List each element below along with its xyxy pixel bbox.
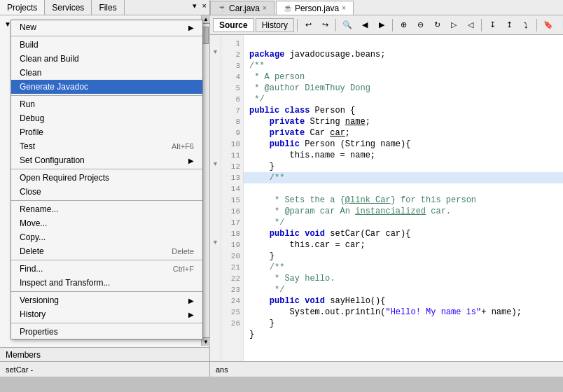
- bookmark-btn[interactable]: 🔖: [540, 18, 557, 33]
- toolbar-sep-2: [335, 19, 336, 31]
- refresh-btn[interactable]: ↻: [429, 18, 445, 33]
- line-num-26: 26: [223, 318, 240, 329]
- menu-copy[interactable]: Copy...: [11, 230, 202, 244]
- fold-line-19[interactable]: ▼: [210, 237, 221, 248]
- sep-5: [11, 260, 202, 260]
- status-message: ans: [216, 365, 228, 374]
- menu-test[interactable]: Test Alt+F6: [11, 139, 202, 153]
- next-btn[interactable]: ▶: [374, 18, 389, 33]
- line-num-3: 3: [223, 60, 240, 71]
- line-num-18: 18: [223, 228, 240, 239]
- menu-rename[interactable]: Rename...: [11, 202, 202, 216]
- line-num-22: 22: [223, 273, 240, 284]
- line-num-5: 5: [223, 83, 240, 94]
- menu-open-required[interactable]: Open Required Projects: [11, 171, 202, 185]
- menu-generate-javadoc[interactable]: Generate Javadoc: [11, 80, 202, 94]
- line-14: * @param car An instancialized car.: [249, 206, 451, 216]
- menu-build[interactable]: Build: [11, 38, 202, 52]
- menu-test-shortcut: Alt+F6: [172, 142, 194, 150]
- line-num-14: 14: [223, 183, 240, 195]
- source-tab[interactable]: Source: [213, 18, 254, 32]
- line-num-6: 6: [223, 94, 240, 105]
- history-arrow: ▶: [188, 311, 194, 318]
- members-label: Members: [6, 350, 41, 360]
- car-tab-close[interactable]: ×: [263, 4, 267, 12]
- line-2: /**: [249, 61, 265, 71]
- menu-run-label: Run: [20, 99, 35, 109]
- menu-find[interactable]: Find... Ctrl+F: [11, 262, 202, 276]
- line-num-13: 13: [223, 172, 240, 183]
- history-tab[interactable]: History: [256, 18, 294, 32]
- projects-tab[interactable]: Projects: [0, 0, 45, 15]
- menu-run[interactable]: Run: [11, 97, 202, 111]
- line-num-16: 16: [223, 206, 240, 217]
- left-panel: Projects Services Files ▾ × ▼ 📁 JavaDocU…: [0, 0, 210, 377]
- menu-debug[interactable]: Debug: [11, 111, 202, 125]
- editor-tab-car[interactable]: ☕ Car.java ×: [210, 1, 274, 15]
- back-btn[interactable]: ◁: [463, 18, 478, 33]
- toggle2-btn[interactable]: ⊖: [412, 18, 428, 33]
- versioning-arrow: ▶: [188, 297, 194, 304]
- editor-tab-person[interactable]: ☕ Person.java ×: [276, 1, 354, 15]
- toggle-btn[interactable]: ⊕: [396, 18, 411, 33]
- menu-close[interactable]: Close: [11, 185, 202, 199]
- line-num-19: 19: [223, 239, 240, 251]
- new-submenu-arrow: ▶: [188, 24, 194, 31]
- menu-clean-build[interactable]: Clean and Build: [11, 52, 202, 66]
- line-num-11: 11: [223, 150, 240, 161]
- sep-6: [11, 291, 202, 292]
- menu-move[interactable]: Move...: [11, 216, 202, 230]
- person-tab-label: Person.java: [295, 4, 339, 13]
- fold-line-2[interactable]: ▼: [210, 46, 221, 57]
- fold-line-15: [210, 192, 221, 203]
- menu-find-shortcut: Ctrl+F: [173, 265, 194, 273]
- redo-btn[interactable]: ↪: [317, 18, 333, 33]
- menu-clean[interactable]: Clean: [11, 66, 202, 80]
- line-25: }: [249, 330, 254, 340]
- menu-profile-label: Profile: [20, 127, 43, 137]
- search-btn[interactable]: 🔍: [339, 18, 356, 33]
- menu-inspect[interactable]: Inspect and Transform...: [11, 276, 202, 290]
- menu-set-config[interactable]: Set Configuration ▶: [11, 153, 202, 167]
- fold-line-16: [210, 203, 221, 214]
- bottom-info-bar: setCar -: [0, 361, 209, 377]
- code-area: ▼ ▼ ▼ 1 2: [210, 35, 563, 361]
- menu-delete[interactable]: Delete Delete: [11, 244, 202, 258]
- line-num-4: 4: [223, 71, 240, 83]
- fold-line-12[interactable]: ▼: [210, 158, 221, 169]
- panel-close-btn[interactable]: ×: [200, 0, 209, 15]
- line-17: this.car = car;: [249, 240, 366, 250]
- step2-btn[interactable]: ↥: [501, 18, 517, 33]
- line-numbers: 1 2 3 4 5 6 7 8 9 10 11 12 13 14 15 16 1…: [221, 35, 244, 361]
- step3-btn[interactable]: ⤵: [518, 18, 534, 33]
- menu-history[interactable]: History ▶: [11, 307, 202, 321]
- car-tab-label: Car.java: [229, 4, 260, 13]
- prev-btn[interactable]: ◀: [357, 18, 373, 33]
- menu-profile[interactable]: Profile: [11, 125, 202, 139]
- step1-btn[interactable]: ↧: [485, 18, 500, 33]
- menu-new-label: New: [20, 22, 36, 32]
- more-btn[interactable]: ▷: [446, 18, 461, 33]
- line-num-23: 23: [223, 284, 240, 295]
- setcar-label: setCar -: [6, 365, 33, 374]
- panel-options-btn[interactable]: ▾: [190, 0, 200, 15]
- line-5: */: [249, 94, 265, 104]
- menu-properties-label: Properties: [20, 327, 58, 337]
- fold-line-6: [210, 91, 221, 102]
- editor-tabs: ☕ Car.java × ☕ Person.java ×: [210, 0, 563, 15]
- code-content[interactable]: package javadocusage.beans; /** * A pers…: [244, 35, 563, 361]
- person-tab-close[interactable]: ×: [342, 4, 346, 12]
- files-tab[interactable]: Files: [92, 0, 124, 15]
- status-bar: ans: [210, 361, 563, 377]
- menu-versioning[interactable]: Versioning ▶: [11, 293, 202, 307]
- services-tab[interactable]: Services: [45, 0, 92, 15]
- menu-properties[interactable]: Properties: [11, 325, 202, 339]
- menu-history-label: History: [20, 309, 46, 319]
- fold-line-7: [210, 102, 221, 113]
- bookmark2-btn[interactable]: 📑: [558, 18, 563, 33]
- line-22: public void sayHello(){: [249, 296, 385, 306]
- menu-new[interactable]: New ▶: [11, 20, 202, 34]
- undo-btn[interactable]: ↩: [300, 18, 316, 33]
- fold-line-11: [210, 147, 221, 158]
- line-19: /**: [249, 262, 284, 272]
